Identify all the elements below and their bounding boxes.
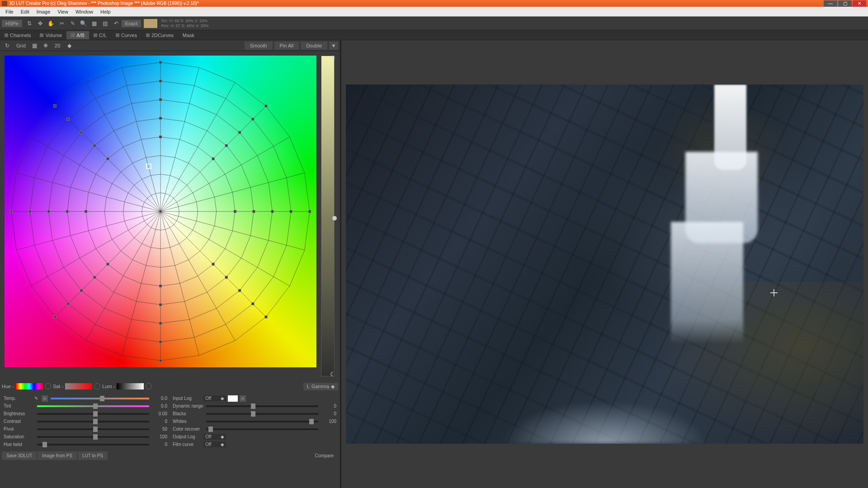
- luminance-slider[interactable]: ☀ ☾: [321, 56, 335, 376]
- tint-slider[interactable]: [37, 405, 149, 407]
- dyn-slider[interactable]: [206, 405, 318, 407]
- sat-reset-icon[interactable]: [94, 383, 100, 389]
- menu-image[interactable]: Image: [33, 8, 54, 15]
- hue-swatch[interactable]: [16, 383, 43, 389]
- slider-handle[interactable]: [42, 442, 47, 447]
- lum-reset-icon[interactable]: [146, 383, 152, 389]
- menu-view[interactable]: View: [54, 8, 72, 15]
- temp-slider[interactable]: [51, 398, 149, 399]
- exact-button[interactable]: Exact: [122, 20, 142, 27]
- app-icon: [2, 1, 7, 6]
- slider-handle[interactable]: [100, 396, 104, 401]
- grid-label: Grid: [13, 42, 29, 49]
- hue-reset-icon[interactable]: [45, 383, 51, 389]
- slider-handle[interactable]: [93, 404, 98, 409]
- pivot-slider[interactable]: [37, 428, 149, 430]
- sat-slider[interactable]: [37, 436, 149, 438]
- svg-rect-32: [159, 117, 162, 120]
- svg-rect-50: [290, 210, 292, 213]
- crec-slider[interactable]: [206, 428, 318, 430]
- grid-toolbar: ↻ Grid ▦ ❋ 20 ◆ Smooth Pin All Double ▼: [0, 40, 340, 51]
- svg-rect-42: [271, 210, 274, 213]
- sliders-panel: Temp.✎A0.0Tint0.0Brightness0.00Contrast0…: [0, 393, 340, 450]
- compare-button[interactable]: Compare: [311, 451, 338, 460]
- slider-label: Color recover: [173, 427, 203, 432]
- tab-2dcurves[interactable]: 2DCurves: [142, 31, 178, 39]
- gamma-dropdown[interactable]: LGamma◆: [303, 383, 338, 390]
- blk-slider[interactable]: [206, 413, 318, 415]
- slider-handle[interactable]: [93, 434, 98, 440]
- grid-mesh[interactable]: [5, 56, 316, 367]
- menu-help[interactable]: Help: [97, 8, 114, 15]
- contr-slider[interactable]: [37, 421, 149, 422]
- huet-slider[interactable]: [37, 444, 149, 446]
- tab-volume[interactable]: Volume: [35, 31, 66, 39]
- eyedropper-icon[interactable]: ✎: [34, 396, 38, 401]
- save-3dlut-button[interactable]: Save 3DLUT: [2, 451, 37, 460]
- slider-handle[interactable]: [93, 419, 98, 424]
- lum-swatch[interactable]: [117, 383, 144, 389]
- inlog-dropdown[interactable]: Off◆: [203, 395, 226, 401]
- reset-grid-icon[interactable]: ↻: [3, 41, 12, 50]
- crop-icon[interactable]: ✂: [57, 19, 66, 28]
- svg-rect-40: [159, 99, 162, 101]
- slider-handle[interactable]: [251, 411, 255, 417]
- svg-rect-49: [251, 118, 254, 121]
- smooth-button[interactable]: Smooth: [245, 42, 273, 50]
- swap-icon[interactable]: ⇅: [25, 19, 34, 28]
- tab-ab[interactable]: A/B: [66, 31, 89, 39]
- grid-stepper-icon[interactable]: ◆: [65, 41, 74, 50]
- undo-icon[interactable]: ↶: [112, 19, 121, 28]
- slider-handle[interactable]: [93, 427, 98, 432]
- wht-slider[interactable]: [206, 421, 318, 422]
- slider-value: 0.0: [152, 396, 167, 401]
- hand-icon[interactable]: ✋: [47, 19, 56, 28]
- tab-channels[interactable]: Channels: [0, 31, 35, 39]
- svg-rect-53: [67, 302, 70, 305]
- luminance-handle[interactable]: [332, 216, 337, 221]
- grid-menu-dropdown[interactable]: ▼: [329, 42, 338, 50]
- tab-cl[interactable]: C/L: [89, 31, 111, 39]
- tab-curves[interactable]: Curves: [111, 31, 142, 39]
- menu-edit[interactable]: Edit: [17, 8, 33, 15]
- minimize-button[interactable]: —: [824, 0, 837, 7]
- tab-mask[interactable]: Mask: [178, 31, 199, 39]
- maximize-button[interactable]: ▢: [838, 0, 852, 7]
- outlog-dropdown[interactable]: Off◆: [203, 434, 226, 440]
- bright-slider[interactable]: [37, 413, 149, 415]
- slider-handle[interactable]: [93, 411, 98, 417]
- grid-type2-icon[interactable]: ❋: [41, 41, 50, 50]
- histogram-icon[interactable]: ▤: [101, 19, 110, 28]
- color-swatch[interactable]: [144, 19, 157, 28]
- grid-type1-icon[interactable]: ▦: [30, 41, 39, 50]
- close-button[interactable]: ✕: [853, 0, 866, 7]
- white-swatch[interactable]: [228, 395, 238, 402]
- grid-size-input[interactable]: 20: [51, 42, 64, 49]
- preview-image[interactable]: [346, 84, 863, 444]
- menu-window[interactable]: Window: [72, 8, 97, 15]
- eyedropper-icon[interactable]: ✎: [68, 19, 77, 28]
- svg-rect-46: [47, 210, 50, 213]
- double-button[interactable]: Double: [301, 42, 327, 50]
- film-dropdown[interactable]: Off◆: [203, 441, 226, 447]
- temp-ab-toggle[interactable]: A: [42, 395, 48, 402]
- sat-picker: Sat -: [53, 383, 100, 389]
- slider-handle[interactable]: [309, 419, 314, 424]
- image-from-ps-button[interactable]: Image from PS: [38, 451, 77, 460]
- ab-color-wheel[interactable]: [5, 56, 316, 367]
- svg-rect-47: [80, 131, 83, 134]
- zoom-icon[interactable]: 🔍: [79, 19, 88, 28]
- colorspace-dropdown[interactable]: HSPe: [2, 20, 22, 27]
- lut-to-ps-button[interactable]: LUT to PS: [78, 451, 108, 460]
- slider-handle[interactable]: [251, 404, 255, 409]
- sat-swatch[interactable]: [65, 383, 92, 389]
- svg-rect-55: [67, 118, 70, 121]
- menu-file[interactable]: File: [2, 8, 17, 15]
- grid-icon[interactable]: ▦: [90, 19, 99, 28]
- slider-handle[interactable]: [208, 427, 213, 432]
- move-icon[interactable]: ✥: [36, 19, 45, 28]
- ab-toggle[interactable]: A: [240, 395, 246, 402]
- pin-all-button[interactable]: Pin All: [274, 42, 299, 50]
- slider-tint: Tint0.0: [4, 402, 167, 410]
- slider-value: 0.00: [152, 411, 167, 416]
